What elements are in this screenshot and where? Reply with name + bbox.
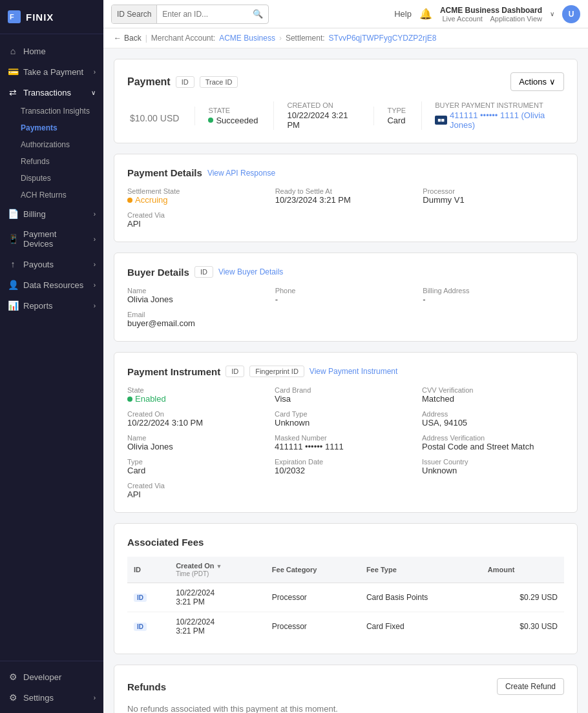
- sidebar-item-data-resources[interactable]: 👤 Data Resources ›: [0, 274, 103, 295]
- sidebar-item-take-payment[interactable]: 💳 Take a Payment ›: [0, 61, 103, 82]
- sidebar-item-home[interactable]: ⌂ Home: [0, 41, 103, 61]
- created-on-label: CREATED ON: [287, 101, 358, 109]
- pi-col-1: State Enabled Created On 10/22/2024 3:10…: [127, 386, 269, 499]
- view-api-response-link[interactable]: View API Response: [207, 169, 275, 178]
- pi-masked-number-label: Masked Number: [275, 434, 417, 442]
- chevron-right-icon-reports: ›: [94, 302, 96, 309]
- fees-title: Associated Fees: [127, 537, 204, 548]
- chevron-right-icon-devices: ›: [94, 236, 96, 243]
- pi-name-label: Name: [127, 434, 269, 442]
- settlement-state-label: Settlement State: [127, 187, 269, 195]
- payment-id-badge[interactable]: ID: [176, 76, 194, 88]
- pi-address-verification-value: Postal Code and Street Match: [422, 442, 564, 451]
- success-status-icon: [208, 118, 213, 123]
- refunds-header: Refunds Create Refund: [127, 678, 564, 695]
- user-avatar[interactable]: U: [562, 5, 580, 23]
- chevron-right-icon-billing: ›: [94, 211, 96, 218]
- sidebar-item-transactions[interactable]: ⇄ Transactions ∨: [0, 82, 103, 103]
- type-group: TYPE Card: [373, 107, 406, 125]
- settlement-label: Settlement:: [286, 34, 325, 43]
- finix-logo-icon: F: [8, 10, 21, 23]
- created-via-label: Created Via: [127, 211, 269, 219]
- fees-header: Associated Fees: [127, 537, 564, 548]
- payment-amount-value: $10.00: [130, 113, 158, 123]
- sidebar-item-reports[interactable]: 📊 Reports ›: [0, 295, 103, 316]
- pi-card-brand-label: Card Brand: [275, 386, 417, 394]
- buyer-id-badge[interactable]: ID: [194, 266, 213, 278]
- pi-type-value: Card: [127, 466, 269, 475]
- sidebar-item-developer[interactable]: ⚙ Developer: [0, 666, 103, 687]
- sidebar-item-payouts[interactable]: ↑ Payouts ›: [0, 254, 103, 274]
- pi-expiration-field: Expiration Date 10/2032: [275, 458, 417, 475]
- sidebar-item-payment-devices-label: Payment Devices: [23, 229, 89, 249]
- sidebar-item-payment-devices[interactable]: 📱 Payment Devices ›: [0, 224, 103, 254]
- fees-col-created-on[interactable]: Created On ▼Time (PDT): [169, 557, 266, 583]
- sidebar-item-take-payment-label: Take a Payment: [23, 67, 83, 77]
- enabled-icon: [127, 397, 132, 402]
- pi-cvv-field: CVV Verification Matched: [422, 386, 564, 404]
- processor-label: Processor: [423, 187, 564, 195]
- sidebar-item-payouts-label: Payouts: [23, 260, 54, 269]
- actions-button[interactable]: Actions ∨: [510, 72, 564, 91]
- buyer-billing-label: Billing Address: [423, 287, 564, 294]
- payment-details-title: Payment Details: [127, 167, 202, 178]
- pi-created-on-value: 10/22/2024 3:10 PM: [127, 418, 269, 428]
- actions-label: Actions: [519, 77, 547, 87]
- merchant-account-label: Merchant Account:: [151, 34, 215, 43]
- pi-id-badge[interactable]: ID: [226, 366, 244, 377]
- bpi-value: ■■ 411111 •••••• 1111 (Olivia Jones): [435, 110, 564, 130]
- search-icon[interactable]: 🔍: [247, 9, 268, 19]
- payment-title: Payment: [127, 76, 171, 88]
- fee-row-2-date: 10/22/20243:21 PM: [169, 612, 266, 641]
- help-link[interactable]: Help: [394, 9, 412, 19]
- back-button[interactable]: ← Back: [114, 34, 142, 43]
- pi-card-type-value: Unknown: [275, 418, 417, 428]
- bell-icon[interactable]: 🔔: [419, 8, 432, 20]
- pi-grid: State Enabled Created On 10/22/2024 3:10…: [127, 386, 564, 499]
- payment-details-header: Payment Details View API Response: [127, 167, 564, 178]
- sidebar-sub-refunds[interactable]: Refunds: [0, 153, 103, 170]
- payment-trace-badge[interactable]: Trace ID: [200, 76, 238, 88]
- card-icon: 💳: [8, 67, 18, 77]
- view-buyer-details-link[interactable]: View Buyer Details: [218, 267, 284, 276]
- pi-address-verification-field: Address Verification Postal Code and Str…: [422, 434, 564, 451]
- fees-table-head: ID Created On ▼Time (PDT) Fee Category F…: [127, 557, 564, 583]
- pi-header: Payment Instrument ID Fingerprint ID Vie…: [127, 366, 564, 377]
- create-refund-button[interactable]: Create Refund: [497, 678, 564, 695]
- bpi-label: BUYER PAYMENT INSTRUMENT: [435, 101, 564, 109]
- settlement-id-link[interactable]: STvvP6qjTWPFygCYDZP2rjE8: [329, 34, 437, 43]
- sidebar-sub-transaction-insights[interactable]: Transaction Insights: [0, 103, 103, 119]
- sidebar-item-billing[interactable]: 📄 Billing ›: [0, 203, 103, 224]
- pi-issuer-country-field: Issuer Country Unknown: [422, 458, 564, 475]
- pi-address-value: USA, 94105: [422, 418, 564, 428]
- ready-to-settle-label: Ready to Settle At: [275, 187, 417, 195]
- sidebar-sub-authorizations[interactable]: Authorizations: [0, 136, 103, 153]
- pi-fingerprint-badge[interactable]: Fingerprint ID: [249, 366, 304, 377]
- sidebar-sub-disputes[interactable]: Disputes: [0, 170, 103, 187]
- sidebar-sub-payments[interactable]: Payments: [0, 119, 103, 136]
- refunds-action: Create Refund: [497, 678, 564, 695]
- search-type-label: ID Search: [112, 5, 157, 23]
- data-resources-icon: 👤: [8, 280, 18, 290]
- sidebar-item-settings[interactable]: ⚙ Settings ›: [0, 687, 103, 708]
- account-chevron-icon[interactable]: ∨: [550, 10, 554, 17]
- actions-chevron-icon: ∨: [549, 77, 556, 87]
- pi-col-3: CVV Verification Matched Address USA, 94…: [422, 386, 564, 499]
- account-sub: Live Account Application View: [442, 15, 542, 23]
- sidebar-sub-ach-returns[interactable]: ACH Returns: [0, 187, 103, 203]
- buyer-name-field: Name Olivia Jones: [127, 287, 269, 304]
- merchant-name-link[interactable]: ACME Business: [219, 34, 275, 43]
- sidebar-item-developer-label: Developer: [23, 672, 61, 682]
- refunds-section: Refunds Create Refund No refunds associa…: [114, 665, 578, 713]
- payment-instrument-section: Payment Instrument ID Fingerprint ID Vie…: [114, 352, 578, 513]
- back-label: Back: [124, 34, 142, 43]
- pi-type-field: Type Card: [127, 458, 269, 475]
- search-input[interactable]: [157, 10, 247, 19]
- fee-row-1-category: Processor: [266, 583, 360, 612]
- pi-masked-number-value: 411111 •••••• 1111: [275, 442, 417, 451]
- fee-row-1-date: 10/22/20243:21 PM: [169, 583, 266, 612]
- view-pi-link[interactable]: View Payment Instrument: [310, 367, 398, 376]
- pi-state-field: State Enabled: [127, 386, 269, 404]
- bpi-link[interactable]: 411111 •••••• 1111 (Olivia Jones): [450, 110, 564, 130]
- buyer-billing-field: Billing Address -: [423, 287, 564, 304]
